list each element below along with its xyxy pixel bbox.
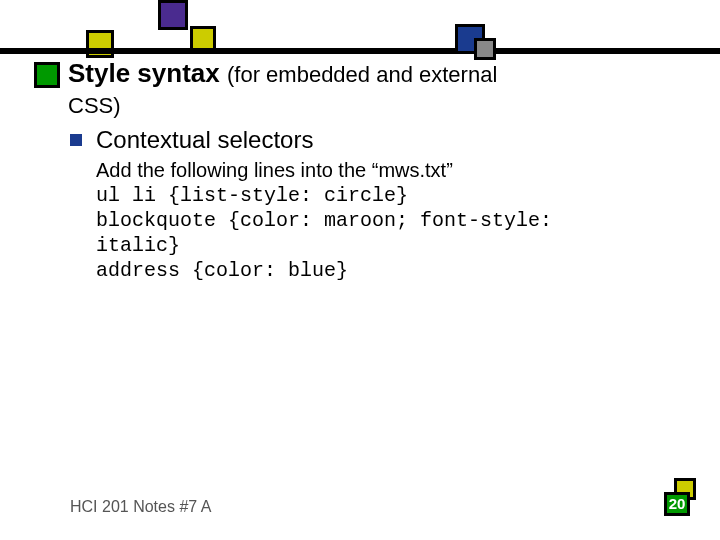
bullet-text: Contextual selectors <box>96 126 313 154</box>
bullet-row: Contextual selectors <box>70 126 670 154</box>
deco-square-grey <box>474 38 496 60</box>
code-line-2: blockquote {color: maroon; font-style: i… <box>96 208 636 258</box>
title-row: Style syntax (for embedded and external … <box>34 58 670 120</box>
code-line-1: ul li {list-style: circle} <box>96 183 636 208</box>
title-line2: CSS) <box>68 93 121 118</box>
page-number: 20 <box>664 492 690 516</box>
title-sub: (for embedded and external <box>227 62 497 87</box>
slide-title: Style syntax (for embedded and external … <box>68 58 497 120</box>
body-text: Add the following lines into the “mws.tx… <box>96 158 636 283</box>
header-rule <box>0 48 720 54</box>
title-square-icon <box>34 62 60 88</box>
body-intro: Add the following lines into the “mws.tx… <box>96 158 636 183</box>
code-line-3: address {color: blue} <box>96 258 636 283</box>
slide-content: Style syntax (for embedded and external … <box>70 58 670 283</box>
page-number-wrap: 20 <box>660 486 690 516</box>
footer-note: HCI 201 Notes #7 A <box>70 498 211 516</box>
title-main: Style syntax <box>68 58 220 88</box>
footer: HCI 201 Notes #7 A 20 <box>70 486 690 516</box>
bullet-icon <box>70 134 82 146</box>
deco-square-purple <box>158 0 188 30</box>
